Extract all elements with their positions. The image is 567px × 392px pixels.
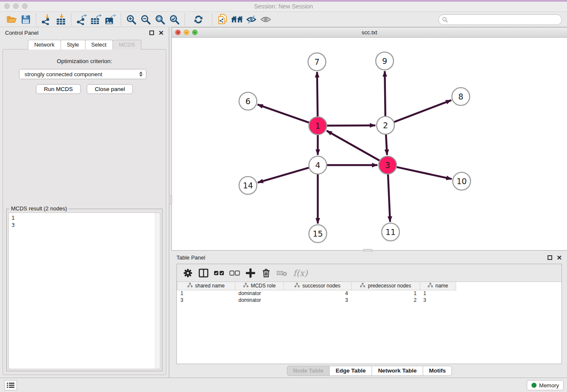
table-panel-title: Table Panel [176,254,205,261]
search-icon [442,17,448,23]
select-all-icon[interactable] [212,266,226,280]
table-panel: Table Panel ✕ [171,252,567,378]
import-network-icon[interactable] [39,13,54,26]
mcds-tab-content: Optimization criterion: strongly connect… [3,49,166,375]
table-cell[interactable]: 1 [352,290,420,297]
tab-node-table[interactable]: Node Table [287,366,330,376]
zoom-selected-icon[interactable] [167,13,182,26]
document-share-icon[interactable] [215,13,230,26]
close-panel-button[interactable]: Close panel [87,84,133,94]
double-home-icon[interactable] [230,13,244,26]
tree-sort-icon [187,283,193,289]
zoom-fit-icon[interactable] [153,13,167,26]
tab-style[interactable]: Style [61,40,85,50]
save-session-icon[interactable] [19,13,33,26]
edge-1-2[interactable] [327,125,375,126]
node-label-9: 9 [382,56,387,66]
eye-slash-icon[interactable] [244,13,259,26]
open-file-icon[interactable] [4,13,19,26]
tree-sort-icon [360,283,365,289]
deselect-all-icon[interactable] [228,266,242,280]
edge-3-10[interactable] [396,167,451,179]
tab-motifs[interactable]: Motifs [423,366,452,376]
node-label-14: 14 [243,181,253,190]
zoom-in-icon[interactable] [124,13,138,26]
mcds-result-title: MCDS result (2 nodes) [9,205,69,212]
edge-4-14[interactable] [258,168,309,182]
close-panel-icon[interactable]: ✕ [158,30,164,36]
edge-3-11[interactable] [388,174,390,222]
node-label-11: 11 [385,227,396,237]
eye-icon[interactable] [259,13,273,26]
edge-2-3[interactable] [386,135,387,155]
delete-icon[interactable] [259,266,273,280]
search-input[interactable] [450,17,561,23]
column-header-name[interactable]: name [420,282,456,290]
node-label-8: 8 [458,92,463,101]
column-header-successor-nodes[interactable]: successor nodes [284,282,352,290]
toolbar-separator [71,14,72,25]
settings-gear-icon[interactable] [181,266,195,280]
network-canvas[interactable]: 7968124314101511 [172,38,567,250]
toggle-columns-icon[interactable] [197,266,210,280]
tab-network[interactable]: Network [28,40,61,50]
vertical-splitter-handle[interactable] [169,195,172,204]
memory-label: Memory [539,382,559,389]
tab-select[interactable]: Select [85,40,113,50]
column-header-shared-name[interactable]: shared name [177,282,235,290]
table-cell[interactable]: 1 [420,290,456,297]
toolbar-separator [212,14,212,25]
export-image-icon[interactable] [103,13,118,26]
network-graph[interactable]: 7968124314101511 [172,38,567,251]
edge-1-7[interactable] [317,72,317,116]
table-cell[interactable]: dominator [235,297,284,304]
close-table-panel-icon[interactable]: ✕ [556,254,562,261]
edge-2-8[interactable] [394,100,451,122]
tab-mcds[interactable]: MCDS [113,40,141,50]
delete-table-icon [275,266,289,280]
edge-2-9[interactable] [385,71,385,116]
mcds-result-group: MCDS result (2 nodes) 13 [6,209,162,371]
node-table[interactable]: shared nameMCDS rolesuccessor nodesprede… [177,282,456,304]
table-cell[interactable]: 3 [420,297,456,304]
mcds-result-list[interactable]: 13 [8,213,160,369]
edge-1-6[interactable] [258,105,309,123]
import-table-icon[interactable] [54,13,68,26]
table-row[interactable]: 1dominator411 [177,290,456,297]
task-history-button[interactable] [4,380,17,390]
refresh-view-icon[interactable] [191,13,206,26]
edge-3-1[interactable] [327,131,380,160]
table-cell[interactable]: 3 [284,297,352,304]
table-row[interactable]: 3dominator323 [177,297,456,304]
tab-network-table[interactable]: Network Table [372,366,423,376]
node-label-3: 3 [385,160,390,170]
export-network-icon[interactable] [74,13,89,26]
table-cell[interactable]: 1 [177,290,235,297]
table-cell[interactable]: 2 [352,297,420,304]
table-cell[interactable]: 3 [177,297,235,304]
status-bar: Memory [0,378,567,392]
column-header-predecessor-nodes[interactable]: predecessor nodes [352,282,420,290]
float-table-panel-icon[interactable] [548,255,552,260]
control-panel-tabs: Network Style Select MCDS [0,40,169,50]
criterion-select[interactable]: strongly connected component [19,69,146,79]
float-panel-icon[interactable] [149,30,154,35]
search-field[interactable] [438,14,562,25]
table-cell[interactable]: 4 [284,290,352,297]
zoom-out-icon[interactable] [138,13,153,26]
table-cell[interactable]: dominator [235,290,284,297]
tab-edge-table[interactable]: Edge Table [329,366,372,376]
run-mcds-button[interactable]: Run MCDS [36,84,81,94]
node-label-10: 10 [457,177,467,186]
node-label-1: 1 [315,121,320,130]
network-window-titlebar[interactable]: ✕ − + scc.txt [172,28,567,38]
memory-button[interactable]: Memory [527,380,564,390]
export-table-icon[interactable] [89,13,103,26]
node-label-2: 2 [383,121,388,130]
toolbar-separator [184,14,185,25]
window-title: Session: New Session [0,3,567,10]
toolbar-separator [121,14,121,25]
criterion-selected-value: strongly connected component [25,71,102,77]
column-header-MCDS-role[interactable]: MCDS role [235,282,284,290]
add-row-icon[interactable] [244,266,257,280]
